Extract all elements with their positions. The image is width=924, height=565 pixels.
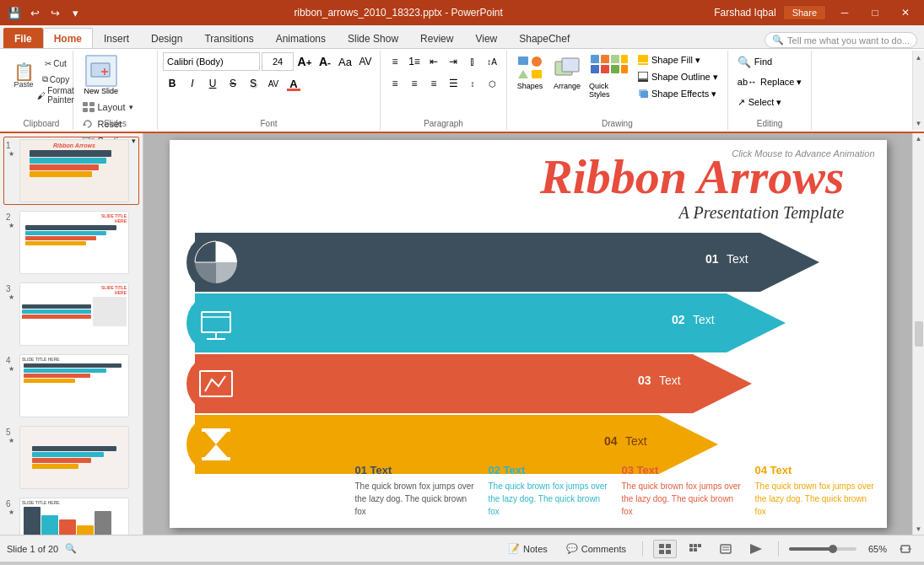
layout-button[interactable]: Layout ▾ (82, 100, 149, 115)
decrease-indent-button[interactable]: ⇤ (424, 52, 443, 71)
tab-transitions[interactable]: Transitions (193, 28, 264, 48)
tab-view[interactable]: View (464, 28, 508, 48)
quick-styles-button[interactable]: Quick Styles (586, 52, 632, 101)
svg-rect-6 (89, 108, 95, 112)
arrange-icon (554, 55, 581, 82)
shapes-button[interactable]: Shapes (512, 52, 548, 93)
align-center-button[interactable]: ≡ (405, 74, 424, 93)
svg-rect-60 (659, 544, 664, 548)
slide-thumb-3[interactable]: 3 ★ SLIDE TITLEHERE (3, 280, 139, 348)
slide-thumb-4[interactable]: 4 ★ SLIDE TITLE HERE (3, 352, 139, 420)
shadow-button[interactable]: S (244, 74, 262, 93)
shape-fill-button[interactable]: Shape Fill ▾ (634, 52, 722, 67)
scroll-down-button[interactable]: ▼ (916, 525, 922, 533)
tell-me-box[interactable]: 🔍 Tell me what you want to do... (765, 32, 917, 48)
align-right-button[interactable]: ≡ (424, 74, 443, 93)
svg-rect-27 (638, 72, 648, 79)
italic-button[interactable]: I (183, 74, 202, 93)
normal-view-button[interactable] (653, 540, 677, 558)
svg-rect-11 (518, 56, 528, 65)
arrange-button[interactable]: Arrange (549, 52, 585, 93)
copy-button[interactable]: ⧉ Copy (44, 72, 68, 87)
desc-text-1: The quick brown fox jumps over the lazy … (355, 480, 478, 518)
slide-add-icon (89, 62, 113, 80)
svg-rect-63 (666, 550, 671, 554)
reading-view-button[interactable] (714, 540, 738, 558)
bold-button[interactable]: B (163, 74, 181, 93)
align-left-button[interactable]: ≡ (386, 74, 404, 93)
char-spacing-button[interactable]: AV (264, 74, 283, 93)
notes-icon: 📝 (508, 543, 520, 554)
zoom-slider[interactable] (789, 547, 856, 551)
scroll-thumb[interactable] (915, 321, 923, 347)
svg-text:Text: Text (625, 434, 647, 448)
close-button[interactable]: ✕ (894, 4, 917, 21)
clear-format-button[interactable]: Aa (336, 52, 354, 71)
numbering-button[interactable]: 1≡ (405, 52, 424, 71)
ribbon-scroll-up[interactable]: ▲ (914, 52, 924, 62)
slide-thumb-1[interactable]: 1 ★ Ribbon Arrows (3, 137, 139, 205)
minimize-button[interactable]: ─ (833, 4, 856, 21)
svg-rect-46 (202, 428, 230, 432)
slide-sorter-button[interactable] (684, 540, 707, 558)
font-family-input[interactable] (163, 52, 260, 71)
desc-title-2: 02 Text (489, 464, 612, 476)
undo-icon[interactable]: ↩ (27, 5, 42, 20)
slide-thumb-5[interactable]: 5 ★ (3, 423, 139, 492)
replace-button[interactable]: ab↔ Replace ▾ (733, 73, 807, 91)
underline-button[interactable]: U (203, 74, 222, 93)
strikethrough-button[interactable]: S (224, 74, 242, 93)
tab-shapechef[interactable]: ShapeChef (508, 28, 581, 48)
title-bar: 💾 ↩ ↪ ▾ ribbon_arrows_2010_18323.pptx - … (0, 0, 924, 25)
text-direction-button[interactable]: ↕A (483, 52, 501, 71)
tab-slideshow[interactable]: Slide Show (337, 28, 409, 48)
text-transform-button[interactable]: AV (356, 52, 375, 71)
desc-text-3: The quick brown fox jumps over the lazy … (622, 480, 745, 518)
tab-review[interactable]: Review (409, 28, 464, 48)
shape-effects-button[interactable]: Shape Effects ▾ (634, 86, 722, 101)
maximize-button[interactable]: □ (863, 4, 887, 21)
zoom-thumb[interactable] (829, 545, 837, 553)
slide-thumb-6[interactable]: 6 ★ SLIDE TITLE HERE (3, 495, 139, 535)
tab-home[interactable]: Home (43, 28, 93, 48)
save-icon[interactable]: 💾 (7, 5, 22, 20)
ribbon-scroll-down[interactable]: ▼ (914, 118, 924, 128)
share-button[interactable]: Share (783, 5, 826, 20)
increase-indent-button[interactable]: ⇥ (444, 52, 462, 71)
bullets-button[interactable]: ≡ (386, 52, 404, 71)
tab-file[interactable]: File (3, 28, 43, 48)
slide-subtitle: A Presentation Template (540, 203, 845, 223)
slide-canvas[interactable]: Click Mouse to Advance Animation Ribbon … (170, 140, 887, 528)
fit-slide-button[interactable] (894, 540, 917, 558)
canvas-area: Click Mouse to Advance Animation Ribbon … (143, 133, 912, 535)
format-painter-button[interactable]: 🖌 Format Painter (44, 88, 68, 103)
svg-rect-0 (91, 63, 110, 77)
redo-icon[interactable]: ↪ (47, 5, 62, 20)
slideshow-view-button[interactable] (744, 540, 768, 558)
svg-text:Text: Text (659, 374, 681, 387)
tab-design[interactable]: Design (140, 28, 193, 48)
increase-font-button[interactable]: A+ (295, 52, 314, 71)
decrease-font-button[interactable]: A- (316, 52, 334, 71)
font-size-input[interactable] (262, 52, 294, 71)
font-color-button[interactable]: A (284, 74, 303, 93)
comments-button[interactable]: 💬 Comments (560, 540, 632, 558)
new-slide-button[interactable]: New Slide (82, 52, 122, 98)
find-button[interactable]: 🔍 Find (733, 52, 776, 71)
justify-button[interactable]: ☰ (444, 74, 462, 93)
select-button[interactable]: ↗ Select ▾ (733, 93, 786, 111)
ribbon-content: 📋 Paste ✂ Cut ⧉ Copy 🖌 Format Painter Cl… (0, 49, 924, 133)
accessibility-icon: 🔍 (65, 543, 77, 554)
cut-button[interactable]: ✂ Cut (44, 56, 68, 71)
notes-button[interactable]: 📝 Notes (502, 540, 554, 558)
slide-thumb-2[interactable]: 2 ★ SLIDE TITLEHERE (3, 208, 139, 277)
tab-animations[interactable]: Animations (265, 28, 337, 48)
scroll-up-button[interactable]: ▲ (916, 135, 922, 143)
columns-button[interactable]: ⫿ (463, 52, 482, 71)
customize-icon[interactable]: ▾ (68, 5, 83, 20)
shape-outline-button[interactable]: Shape Outline ▾ (634, 69, 722, 84)
tab-insert[interactable]: Insert (93, 28, 140, 48)
line-spacing-button[interactable]: ↕ (463, 74, 482, 93)
right-scrollbar: ▲ ▼ (912, 133, 924, 535)
smart-art-button[interactable]: ⬡ (483, 74, 501, 93)
